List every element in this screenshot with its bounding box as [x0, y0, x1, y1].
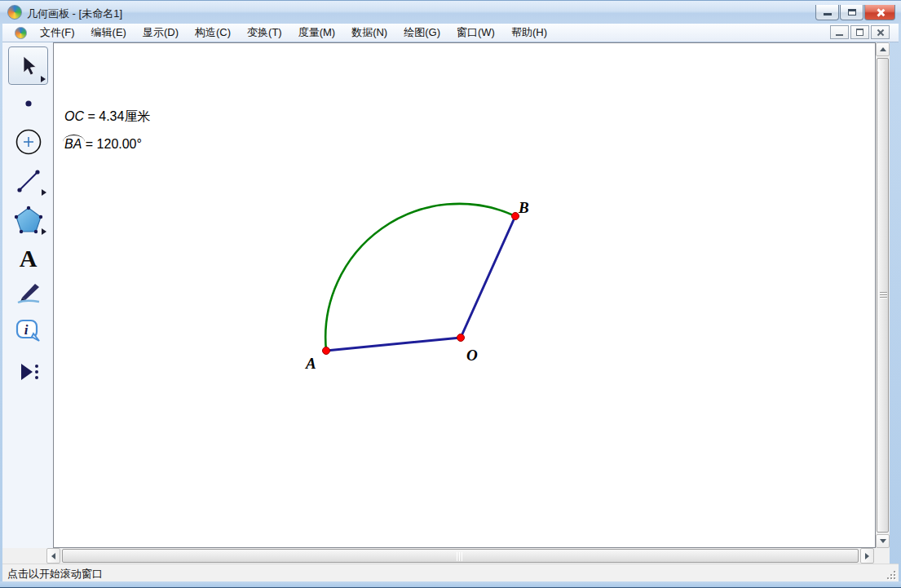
more-tools-icon	[41, 76, 46, 82]
vertical-scrollbar-thumb[interactable]	[877, 58, 889, 533]
point-label-O: O	[466, 347, 478, 364]
minimize-icon	[824, 13, 832, 15]
scroll-up-button[interactable]	[876, 42, 890, 56]
status-bar: 点击以开始滚动窗口	[2, 564, 899, 581]
geometry-layer: AOB	[54, 43, 875, 547]
menu-items: 文件(F) 编辑(E) 显示(D) 构造(C) 变换(T) 度量(M) 数据(N…	[32, 24, 555, 42]
window-controls	[815, 5, 895, 20]
marker-icon	[14, 281, 43, 307]
mdi-restore-button[interactable]	[850, 25, 869, 39]
status-message: 点击以开始滚动窗口	[7, 567, 103, 581]
more-tools-icon	[42, 189, 46, 196]
point-O[interactable]	[457, 334, 465, 342]
menu-file[interactable]: 文件(F)	[32, 23, 83, 42]
scroll-right-button[interactable]	[860, 548, 874, 564]
vertical-scrollbar[interactable]	[876, 42, 890, 548]
menu-measure[interactable]: 度量(M)	[290, 23, 344, 42]
scrollbar-corner	[875, 548, 890, 564]
selection-arrow-tool[interactable]	[8, 46, 48, 85]
point-label-B: B	[518, 199, 529, 216]
arrow-up-icon	[880, 47, 886, 51]
resize-grip-icon[interactable]	[885, 568, 895, 579]
menu-edit[interactable]: 编辑(E)	[83, 23, 135, 42]
scroll-left-button[interactable]	[46, 548, 60, 564]
custom-tool-icon	[16, 360, 41, 384]
text-tool[interactable]: A	[8, 243, 48, 274]
selection-arrow-icon	[17, 55, 40, 77]
tool-palette: A i	[2, 42, 53, 548]
scroll-down-button[interactable]	[876, 534, 890, 548]
restore-icon	[848, 9, 856, 15]
segment-OB[interactable]	[461, 216, 515, 338]
polygon-tool[interactable]	[8, 204, 48, 237]
mdi-close-icon	[876, 28, 885, 37]
arrow-down-icon	[880, 539, 886, 543]
restore-button[interactable]	[840, 5, 863, 20]
sketch-canvas[interactable]: OC = 4.34厘米 BA = 120.00° AOB	[53, 42, 876, 548]
mdi-restore-icon	[856, 29, 863, 36]
information-tool[interactable]: i	[8, 316, 48, 348]
arrow-left-icon	[51, 553, 55, 559]
document-icon[interactable]	[15, 27, 27, 39]
title-bar[interactable]: 几何画板 - [未命名1]	[0, 0, 901, 24]
marker-tool[interactable]	[8, 279, 48, 308]
menu-graph[interactable]: 绘图(G)	[395, 23, 448, 42]
app-logo-icon	[7, 5, 22, 20]
menu-transform[interactable]: 变换(T)	[239, 23, 290, 42]
custom-tool[interactable]	[8, 357, 48, 387]
application-window: { "window": { "title": "几何画板 - [未命名1]", …	[0, 0, 901, 588]
mdi-close-button[interactable]	[871, 25, 890, 39]
menu-construct[interactable]: 构造(C)	[187, 23, 239, 42]
horizontal-scrollbar[interactable]	[2, 548, 890, 564]
menu-help[interactable]: 帮助(H)	[503, 23, 555, 42]
window-bottom-border	[0, 581, 901, 588]
thumb-grip-icon	[457, 552, 464, 561]
information-icon: i	[14, 317, 43, 347]
menu-data[interactable]: 数据(N)	[343, 23, 395, 42]
polygon-icon	[13, 205, 44, 236]
mdi-minimize-icon	[836, 34, 843, 37]
thumb-grip-icon	[880, 292, 887, 299]
circle-icon	[14, 127, 43, 157]
mdi-window-controls	[828, 25, 890, 39]
svg-text:i: i	[24, 322, 28, 338]
text-tool-icon: A	[20, 246, 38, 271]
arrow-right-icon	[865, 553, 869, 559]
segment-icon	[15, 167, 42, 195]
more-tools-icon	[42, 228, 46, 235]
point-label-A: A	[305, 355, 316, 372]
point-icon	[24, 99, 33, 108]
minimize-button[interactable]	[815, 5, 839, 20]
close-button[interactable]	[864, 5, 895, 20]
mdi-minimize-button[interactable]	[830, 25, 849, 39]
window-title: 几何画板 - [未命名1]	[27, 7, 122, 21]
point-tool[interactable]	[8, 91, 48, 116]
menu-bar: 文件(F) 编辑(E) 显示(D) 构造(C) 变换(T) 度量(M) 数据(N…	[2, 24, 899, 42]
horizontal-scrollbar-thumb[interactable]	[62, 549, 859, 563]
circle-tool[interactable]	[8, 126, 48, 157]
segment-OA[interactable]	[326, 338, 461, 351]
menu-window[interactable]: 窗口(W)	[448, 23, 503, 42]
point-A[interactable]	[323, 347, 330, 355]
menu-display[interactable]: 显示(D)	[135, 23, 187, 42]
segment-tool[interactable]	[8, 165, 48, 197]
close-icon	[875, 7, 886, 18]
